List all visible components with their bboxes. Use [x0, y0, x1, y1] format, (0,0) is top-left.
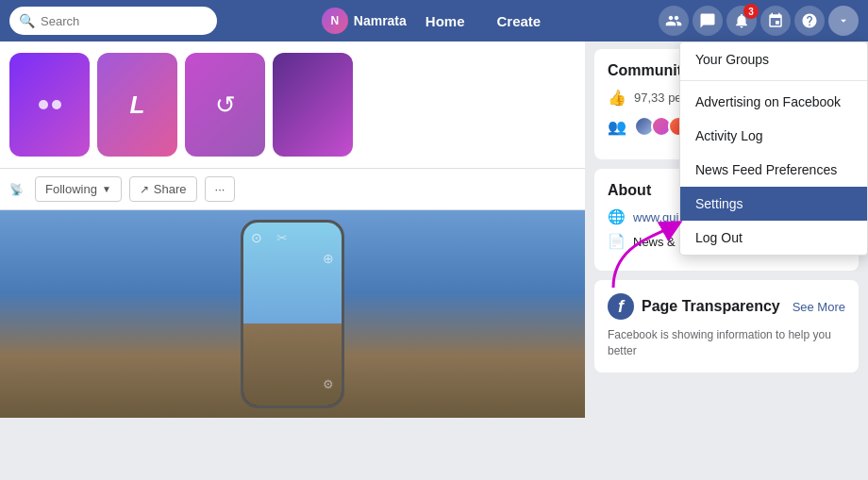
transparency-title-row: f Page Transparency — [608, 293, 780, 320]
notifications-icon-btn[interactable]: 3 — [726, 6, 757, 36]
user-name-label: Namrata — [354, 13, 407, 28]
home-nav-link[interactable]: Home — [412, 13, 478, 29]
messenger-icon-btn[interactable] — [693, 6, 723, 36]
search-input[interactable] — [41, 14, 208, 28]
story-card-3[interactable]: ↺ — [185, 53, 265, 157]
transparency-title: Page Transparency — [642, 298, 780, 315]
dropdown-item-log-out[interactable]: Log Out — [680, 221, 867, 255]
header-center: N Namrata Home Create — [217, 8, 659, 34]
community-title: Community — [608, 62, 691, 79]
transparency-header: f Page Transparency See More — [608, 293, 845, 320]
dropdown-item-settings[interactable]: Settings — [680, 187, 867, 221]
story-card-1[interactable] — [9, 53, 90, 157]
following-label: Following — [45, 182, 97, 196]
dropdown-divider-1 — [680, 80, 867, 81]
notification-count: 3 — [743, 4, 759, 19]
about-title: About — [608, 182, 651, 199]
pages-icon-btn[interactable] — [760, 6, 791, 36]
create-nav-link[interactable]: Create — [484, 13, 555, 29]
ellipsis-icon: ··· — [215, 182, 225, 196]
story-card-2[interactable]: L — [97, 53, 177, 157]
search-icon: 🔍 — [19, 13, 35, 28]
share-icon: ↗ — [140, 183, 149, 196]
left-panel: L ↺ 📡 Following ▼ ↗ Share ··· — [0, 41, 585, 480]
facebook-brand-icon: f — [608, 293, 634, 320]
dropdown-item-news-feed-prefs[interactable]: News Feed Preferences — [680, 153, 867, 187]
facebook-header: 🔍 N Namrata Home Create 3 Your Grou — [0, 0, 868, 41]
story-card-4[interactable] — [273, 53, 353, 157]
friends-icon-btn[interactable] — [659, 6, 689, 36]
rss-icon: 📡 — [9, 183, 24, 196]
action-bar: 📡 Following ▼ ↗ Share ··· — [0, 169, 585, 210]
more-options-button[interactable]: ··· — [205, 176, 236, 202]
share-button[interactable]: ↗ Share — [129, 176, 197, 202]
thumbs-up-icon: 👍 — [608, 89, 626, 107]
transparency-description: Facebook is showing information to help … — [608, 327, 845, 359]
feed-image-area: ⊙ ✂ ⊕ ⚙ — [0, 210, 585, 418]
help-icon-btn[interactable] — [794, 6, 825, 36]
header-right-icons: 3 — [659, 6, 859, 36]
people-icon: 👥 — [608, 118, 626, 136]
following-button[interactable]: Following ▼ — [35, 176, 122, 202]
transparency-see-more[interactable]: See More — [793, 300, 845, 314]
chevron-down-icon: ▼ — [102, 184, 111, 194]
account-dropdown-menu: Your Groups Advertising on Facebook Acti… — [679, 41, 868, 256]
dropdown-item-activity-log[interactable]: Activity Log — [680, 119, 867, 153]
dropdown-item-advertising[interactable]: Advertising on Facebook — [680, 85, 867, 119]
dropdown-item-your-groups[interactable]: Your Groups — [680, 42, 867, 76]
account-dropdown-btn[interactable] — [828, 6, 859, 36]
search-bar[interactable]: 🔍 — [9, 7, 217, 35]
avatar[interactable]: N — [322, 8, 348, 34]
arrow-indicator — [609, 217, 684, 296]
stories-row: L ↺ — [0, 41, 585, 169]
share-label: Share — [154, 182, 187, 196]
